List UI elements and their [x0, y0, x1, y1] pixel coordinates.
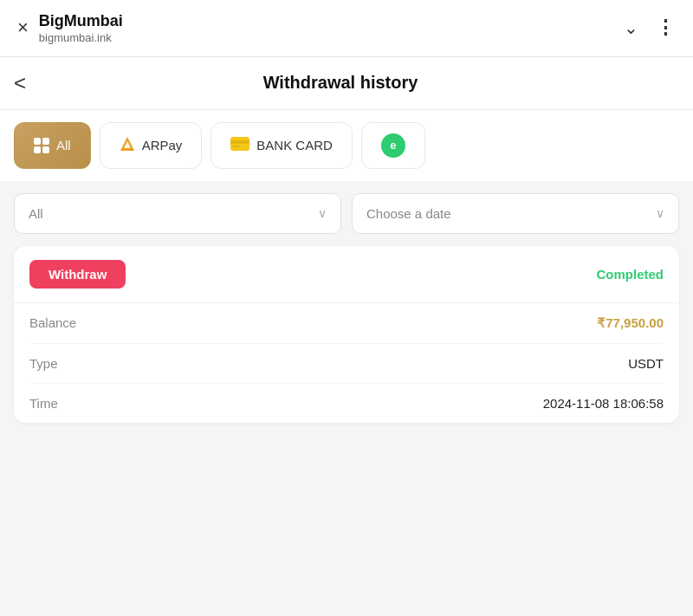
page-header: < Withdrawal history [0, 57, 693, 110]
date-dropdown-label: Choose a date [366, 206, 451, 221]
close-tab-button[interactable]: × [17, 16, 29, 39]
tab-third[interactable]: e [361, 122, 425, 169]
tab-bankcard[interactable]: BANK CARD [210, 122, 353, 169]
transaction-details: Balance ₹77,950.00 Type USDT Time 2024-1… [14, 303, 679, 423]
tab-all-label: All [56, 138, 71, 152]
tab-arpay[interactable]: ARPay [100, 122, 203, 169]
page-title: Withdrawal history [36, 73, 644, 93]
dropdowns-row: All ∨ Choose a date ∨ [0, 181, 693, 246]
type-row: Type USDT [29, 344, 664, 384]
browser-left: × BigMumbai bigmumbai.ink [17, 12, 123, 44]
tab-bankcard-label: BANK CARD [256, 138, 333, 152]
browser-chrome: × BigMumbai bigmumbai.ink ⌄ ⋮ [0, 0, 693, 57]
transaction-card: Withdraw Completed Balance ₹77,950.00 Ty… [14, 246, 679, 423]
more-menu-button[interactable]: ⋮ [656, 16, 676, 39]
all-icon [34, 138, 49, 153]
site-title: BigMumbai [39, 12, 123, 31]
date-dropdown[interactable]: Choose a date ∨ [352, 193, 679, 234]
time-value: 2024-11-08 18:06:58 [543, 396, 664, 411]
filter-tabs: All ARPay BANK CARD e [0, 110, 693, 181]
svg-rect-3 [230, 140, 249, 144]
tab-all[interactable]: All [14, 122, 91, 169]
page-content: < Withdrawal history All ARPay [0, 57, 693, 613]
tab-arpay-label: ARPay [142, 138, 183, 152]
balance-value: ₹77,950.00 [597, 315, 664, 331]
time-label: Time [29, 396, 58, 411]
balance-row: Balance ₹77,950.00 [29, 303, 664, 344]
date-chevron-icon: ∨ [656, 206, 664, 220]
type-value: USDT [628, 356, 664, 371]
time-row: Time 2024-11-08 18:06:58 [29, 384, 664, 423]
bankcard-icon [230, 137, 249, 153]
site-info: BigMumbai bigmumbai.ink [39, 12, 123, 44]
browser-right: ⌄ ⋮ [624, 16, 676, 39]
status-dropdown[interactable]: All ∨ [14, 193, 341, 234]
chevron-down-icon[interactable]: ⌄ [624, 17, 638, 38]
withdraw-badge: Withdraw [29, 260, 126, 289]
status-dropdown-label: All [29, 206, 43, 221]
balance-label: Balance [29, 315, 76, 330]
status-badge: Completed [596, 267, 664, 282]
site-url: bigmumbai.ink [39, 31, 123, 44]
status-chevron-icon: ∨ [318, 206, 327, 220]
transaction-header: Withdraw Completed [14, 246, 679, 303]
arpay-icon [120, 136, 135, 154]
third-icon: e [381, 133, 405, 158]
type-label: Type [29, 356, 58, 371]
svg-rect-4 [232, 146, 239, 147]
back-button[interactable]: < [14, 73, 26, 94]
